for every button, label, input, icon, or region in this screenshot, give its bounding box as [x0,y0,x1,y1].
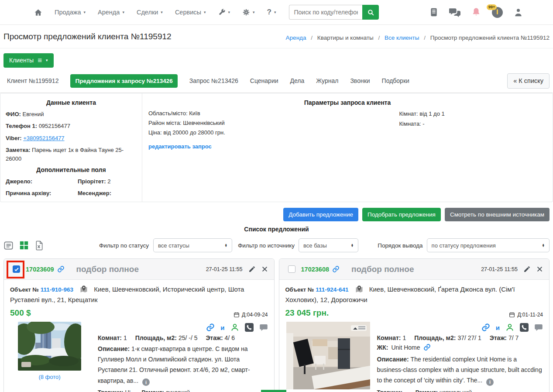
menu-prodazha[interactable]: Продажа ▾ [55,9,86,16]
order-filter-select[interactable]: по статусу предложения ▲▼ [427,238,550,252]
search-input[interactable] [289,5,362,20]
i-letter-icon[interactable]: и [496,324,500,331]
tab-request[interactable]: Запрос №213426 [189,77,238,84]
property-photo[interactable] [18,322,81,371]
menu-sdelki[interactable]: Сделки ▾ [137,9,163,16]
menu-tools[interactable]: ▾ [218,9,230,16]
caret-down-icon: ▾ [84,10,86,14]
link-icon[interactable] [423,344,431,351]
external-sources-button[interactable]: Смотреть по внешним источникам [445,208,550,221]
menu-settings[interactable]: ▾ [242,8,255,16]
request-field-district: Район міста: Шевченківський [148,120,546,126]
offer-card-17023608: 17023608 подбор полное 27-01-25 11:55 Об… [279,258,550,392]
owner-person-icon[interactable] [505,323,514,332]
offer-status-label: подбор полное [351,265,414,274]
link-icon[interactable] [57,265,65,273]
offer-card-header: 17023609 подбор полное 27-01-25 11:55 [4,259,274,280]
excel-export-icon[interactable] [34,241,43,251]
offer-checkbox[interactable] [288,265,295,273]
activity-badge-icon[interactable]: 99+ [492,7,503,18]
phone-icon[interactable] [520,323,529,332]
offer-description: Описание: 1-к смарт-квартира в центре. С… [98,344,268,386]
offer-id-link[interactable]: 17023609 [26,266,54,273]
search-button[interactable] [362,5,379,20]
notifications-bell-icon[interactable] [472,7,481,17]
offer-checkbox[interactable] [13,265,20,273]
view-toggle-group [3,241,43,251]
cutoff-green-element [261,390,286,392]
tab-offers-active[interactable]: Предложения к запросу №213426 [70,74,177,88]
menu-arenda[interactable]: Аренда ▾ [98,9,124,16]
link-icon[interactable] [206,323,215,332]
request-params-right: Кімнат: від 1 до 1 Кімната: - [399,110,445,131]
tab-scenarios[interactable]: Сценарии [250,77,278,84]
map-marker-icon[interactable] [355,285,364,294]
edit-pencil-icon[interactable] [248,265,256,273]
i-letter-icon[interactable]: и [220,324,224,331]
tab-tasks[interactable]: Дела [290,77,305,84]
caret-down-icon: ▾ [253,10,255,14]
offer-id-link[interactable]: 17023608 [301,266,330,273]
owner-person-icon[interactable] [230,323,239,332]
client-field-note: Заметка: Парень ищет 1к в Файна Тауне 25… [6,146,137,163]
caret-down-icon: ▾ [274,10,276,14]
status-filter-select[interactable]: все статусы ▲▼ [153,238,232,252]
menu-help[interactable]: ? ▾ [267,8,276,17]
grid-view-icon[interactable] [19,241,29,250]
info-icon[interactable]: i [142,378,150,386]
map-marker-icon[interactable] [79,285,88,294]
edit-pencil-icon[interactable] [523,265,531,273]
comment-icon[interactable] [534,323,543,332]
object-id-link[interactable]: 111-924-641 [316,286,348,293]
breadcrumb-vse-klienty[interactable]: Все клиенты [385,34,419,41]
viber-link[interactable]: +380952156477 [23,135,64,141]
match-offers-button[interactable]: Подобрать предложения [362,208,441,221]
photo-column: (14 фото) [286,322,370,392]
offer-card-header: 17023608 подбор полное 27-01-25 11:55 [279,259,550,280]
property-photo[interactable] [286,322,370,389]
phone-icon[interactable] [245,323,254,332]
request-params-title: Параметры запроса клиента [148,99,546,106]
photo-column: (8 фото) [18,322,81,392]
menu-servisy[interactable]: Сервисы ▾ [175,9,206,16]
list-view-icon[interactable] [3,241,14,251]
tab-client[interactable]: Клиент №1195912 [7,77,58,84]
messages-icon[interactable] [449,8,460,17]
client-data-title: Данные клиента [6,99,137,106]
home-icon[interactable] [34,8,42,17]
clients-menu-button[interactable]: Клиенты ≡ ▾ [3,53,54,68]
edit-request-link[interactable]: редактировать запрос [148,143,212,150]
offer-content: (14 фото) и [285,322,543,392]
tab-journal[interactable]: Журнал [316,77,338,84]
user-profile-icon[interactable] [514,8,522,17]
offers-list: 17023609 подбор полное 27-01-25 11:55 Об… [3,258,550,392]
extra-field-archive-reason: Причина архіву: [6,189,78,198]
object-id-link[interactable]: 111-910-963 [41,286,73,293]
source-filter-select[interactable]: все базы ▲▼ [299,238,358,252]
close-icon[interactable] [536,266,543,272]
extra-field-source: Джерело: [6,177,78,186]
offers-filter-bar: Фильтр по статусу все статусы ▲▼ Фильтр … [3,238,550,252]
navbar-right-icons: 99+ [430,7,522,18]
journal-icon[interactable] [430,8,438,17]
comment-icon[interactable] [259,323,268,332]
tab-calls[interactable]: Звонки [350,77,370,84]
offer-status-label: подбор полное [76,265,139,274]
extra-fields-title: Дополнительные поля [6,166,137,173]
breadcrumb-kvartiry: Квартиры и комнаты [317,34,374,41]
request-field-price: Ціна: від 20000 до 28000 грн. [148,129,546,136]
tab-collections[interactable]: Подборки [382,77,409,84]
offer-content: (8 фото) и [10,322,268,392]
select-arrows-icon: ▲▼ [225,244,227,247]
extra-field-messenger: Месенджер: [78,189,137,198]
breadcrumb-arenda[interactable]: Аренда [286,34,306,41]
back-to-list-button[interactable]: « К списку [507,73,550,89]
add-offer-button[interactable]: Добавить предложение [283,208,358,221]
photo-count-link[interactable]: (8 фото) [18,374,81,380]
request-field-region: Область/місто: Київ [148,110,546,117]
close-icon[interactable] [261,266,268,272]
link-icon[interactable] [481,323,490,332]
link-icon[interactable] [332,265,340,273]
top-navbar: Продажа ▾ Аренда ▾ Сделки ▾ Сервисы ▾ ▾ … [0,0,553,25]
info-icon[interactable]: i [486,378,494,386]
